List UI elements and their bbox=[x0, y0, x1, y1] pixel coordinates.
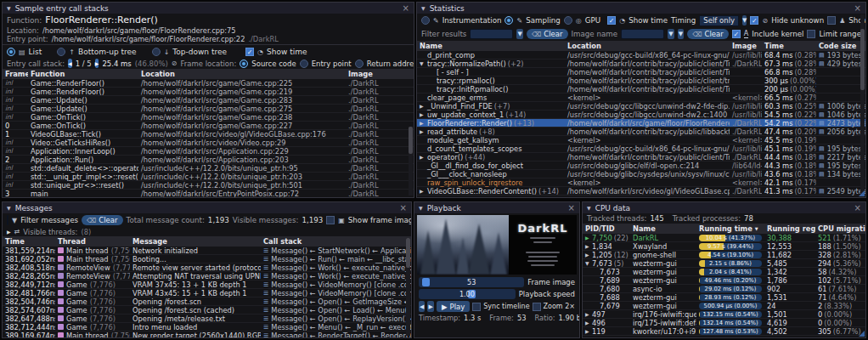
expand-icon[interactable]: ▶ bbox=[585, 252, 590, 258]
call-stack-cell[interactable]: ☰Message() ← RenderTarget() ← Render() ←… bbox=[261, 332, 411, 338]
visible-threads-label[interactable]: Visible threads: bbox=[23, 228, 77, 236]
call-stack-cell[interactable]: ☰Message() ← VideoMemory() [clone .const… bbox=[261, 289, 411, 298]
table-row[interactable]: ▶VideoGLBase::RenderContent()(+14)/home/… bbox=[417, 187, 865, 196]
image-funnel-icon[interactable]: ▼ bbox=[668, 29, 674, 39]
messages-scrollbar[interactable] bbox=[406, 238, 410, 336]
timing-dropdown-icon[interactable]: ▼ bbox=[742, 15, 747, 26]
table-row[interactable]: ▶1,834Xwayland9.57 s (39.44%)12,553188(1… bbox=[583, 242, 865, 251]
bottom-up-tree-radio[interactable] bbox=[57, 48, 65, 56]
callstack-table-header[interactable]: Frame Function Location Image bbox=[3, 69, 414, 79]
sampling-label[interactable]: Sampling bbox=[526, 16, 561, 25]
gpu-label[interactable]: GPU bbox=[585, 16, 600, 25]
table-row[interactable]: ▶operator()(+44)/home/wolf/darkrl/contri… bbox=[417, 153, 865, 162]
play-button[interactable]: ▶ Play bbox=[437, 301, 470, 312]
next-stack-button[interactable]: ▶ bbox=[95, 59, 99, 68]
call-stack-cell[interactable]: ☰Message() ← VideoMemory() [clone .const… bbox=[261, 280, 411, 289]
playback-titlebar[interactable]: ▼ Playback × bbox=[414, 202, 579, 213]
expand-icon[interactable]: ▶ bbox=[420, 188, 426, 194]
limit-range-checkbox[interactable] bbox=[807, 30, 815, 38]
table-row[interactable]: 7,689wezterm-gui49.46 ms (0.20%)1,786102… bbox=[583, 276, 865, 285]
entry-point-radio[interactable] bbox=[300, 60, 308, 68]
table-row[interactable]: 7,688wezterm-gui28.93 ms (0.12%)1,53171(… bbox=[583, 293, 865, 302]
close-icon[interactable]: × bbox=[568, 204, 575, 212]
collapse-icon[interactable]: ▼ bbox=[420, 60, 426, 66]
include-kernel-checkbox[interactable]: ✓ bbox=[732, 30, 741, 38]
expand-icon[interactable]: ▶ bbox=[420, 103, 426, 109]
table-row[interactable]: d_count_templates_scopes/usr/src/debug/g… bbox=[417, 144, 865, 153]
call-stack-cell[interactable]: ☰Message() ← Menu() ← _M_run ← execute_n… bbox=[261, 323, 411, 332]
expand-icon[interactable]: ▶ bbox=[420, 128, 426, 134]
bottom-up-tree-label[interactable]: Bottom-up tree bbox=[78, 48, 137, 56]
expand-icon[interactable]: ▶ bbox=[585, 311, 590, 317]
show-time-label[interactable]: Show time bbox=[628, 16, 668, 25]
table-row[interactable]: 382,481,766nsGame(7,776)VRAM 43x45: 15 +… bbox=[3, 289, 411, 298]
table-row[interactable]: 0Game::OnTick()/home/wolf/darkrl/src/gam… bbox=[3, 122, 414, 130]
table-row[interactable]: ▶FloorRenderer::Render()(+13)/home/wolf/… bbox=[417, 119, 865, 128]
expand-icon[interactable]: ▶ bbox=[585, 235, 590, 241]
table-row[interactable]: ▶497irq/176-iwlwifi:queue_1132.15 ms (0.… bbox=[583, 310, 865, 319]
timing-select[interactable]: Self only bbox=[699, 15, 739, 26]
table-row[interactable]: ▶119kworker/u17:0+i915_flip127.48 ms (0.… bbox=[583, 327, 865, 336]
return-address-radio[interactable] bbox=[355, 60, 364, 68]
table-row[interactable]: 381,559,214nsMain thread(7,750)Network i… bbox=[3, 246, 411, 255]
table-row[interactable]: ▶7,750(22)DarkRL10.04 s (41.37%)30,38852… bbox=[583, 234, 865, 242]
show-time-label[interactable]: Show time bbox=[267, 48, 307, 56]
callstacks-titlebar[interactable]: ▼ Sample entry call stacks × bbox=[3, 3, 414, 14]
table-row[interactable]: 382,712,444nsGame(7,776)Intro menu loade… bbox=[3, 323, 411, 332]
messages-table-header[interactable]: Time Thread Message Call stack bbox=[3, 236, 411, 246]
table-row[interactable]: [ - self - ]/home/wolf/darkrl/contrib/tr… bbox=[417, 68, 865, 76]
table-row[interactable]: inlstd::__uniq_ptr_impl<>::reset()/usr/i… bbox=[3, 173, 414, 181]
table-row[interactable]: 382,408,518nsRemoteView(7,775)Remote vie… bbox=[3, 264, 411, 272]
table-row[interactable]: ▶1,205(12)gnome-shell4.54 s (19.10%)11,6… bbox=[583, 251, 865, 259]
resize-grip[interactable] bbox=[859, 190, 865, 196]
source-code-label[interactable]: Source code bbox=[251, 60, 296, 68]
table-row[interactable]: module_get_kallsym<kernel><kernel>45.5 m… bbox=[417, 136, 865, 144]
table-row[interactable]: inlGame::OnTick()/home/wolf/darkrl/src/g… bbox=[3, 113, 414, 122]
hide-unknown-label[interactable]: Hide unknown bbox=[771, 16, 824, 25]
hide-unknown-checkbox[interactable]: ✓ bbox=[750, 16, 758, 25]
callstacks-scrollbar[interactable] bbox=[409, 127, 413, 196]
frame-image-view[interactable]: DarkRL bbox=[417, 215, 577, 275]
sampling-radio[interactable] bbox=[504, 16, 513, 25]
return-address-label[interactable]: Return address bbox=[367, 60, 414, 68]
call-stack-cell[interactable]: ☰Message() ← Work() ← execute_native_thr… bbox=[261, 272, 411, 280]
table-row[interactable]: d_print_comp/usr/src/debug/gcc-build/x86… bbox=[417, 51, 865, 60]
table-row[interactable]: inlstd::default_delete<>::operator()()/u… bbox=[3, 164, 414, 173]
table-row[interactable]: 382,504,746nsGame(7,776)Opening /forest.… bbox=[3, 298, 411, 306]
collapse-icon[interactable]: ▼ bbox=[419, 205, 423, 211]
filter-clear-button[interactable]: ⌫ Clear bbox=[527, 29, 568, 39]
expand-icon[interactable]: ▶ bbox=[7, 229, 11, 235]
step-forward-button[interactable]: ▶ bbox=[427, 301, 433, 312]
messages-clear-button[interactable]: ⌫ Clear bbox=[82, 215, 123, 225]
call-stack-cell[interactable]: ☰Message() ← Run() ← main ← __libc_start… bbox=[261, 255, 411, 264]
table-row[interactable]: 3main/home/wolf/darkrl/src/EntryPointPos… bbox=[3, 190, 414, 197]
table-row[interactable]: 1VideoGLBase::Tick()/home/wolf/darkrl/sr… bbox=[3, 130, 414, 139]
expand-icon[interactable]: ▶ bbox=[585, 243, 590, 249]
table-row[interactable]: 389,169,674nsMain thread(7,750)New rende… bbox=[3, 332, 411, 337]
messages-titlebar[interactable]: ▼ Messages × bbox=[3, 202, 411, 213]
table-row[interactable]: clear_page_erms<kernel><kernel>66.5 ms(0… bbox=[417, 94, 865, 102]
message-filter-input[interactable] bbox=[7, 215, 8, 225]
table-row[interactable]: inlVideo::GetTicksHiRes()/home/wolf/dark… bbox=[3, 139, 414, 147]
table-row[interactable]: 7,679wezterm-gui500.94 µs (0.00%)242(8.3… bbox=[583, 302, 865, 310]
call-stack-cell[interactable]: ☰Message() ← Open() ← ReplayVersion() ← … bbox=[261, 314, 411, 323]
prev-stack-button[interactable]: ◀ bbox=[68, 59, 72, 68]
expand-icon[interactable]: ▶ bbox=[585, 328, 590, 334]
table-row[interactable]: tracy::rpmalloc()/home/wolf/darkrl/contr… bbox=[417, 76, 865, 85]
statistics-scrollbar[interactable] bbox=[860, 14, 865, 196]
table-row[interactable]: ▼7,673(5)wezterm-gui2.15 s (8.86%)5,4852… bbox=[583, 259, 865, 268]
expand-icon[interactable]: ▶ bbox=[420, 120, 426, 126]
table-row[interactable]: 382,574,607nsGame(7,776)Opening /forest.… bbox=[3, 306, 411, 314]
sync-timeline-checkbox[interactable] bbox=[472, 303, 481, 311]
table-row[interactable]: _GI__dl_find_dso_for_object/usr/src/debu… bbox=[417, 162, 865, 170]
top-down-tree-radio[interactable] bbox=[152, 48, 161, 56]
instrumentation-label[interactable]: Instrumentation bbox=[442, 16, 502, 25]
playback-speed-slider[interactable]: 1.00 bbox=[419, 289, 516, 299]
limit-range-label[interactable]: Limit range bbox=[819, 30, 861, 38]
zoom-2x-label[interactable]: Zoom 2× bbox=[544, 303, 575, 310]
collapse-icon[interactable]: ▼ bbox=[421, 5, 426, 11]
close-icon[interactable]: × bbox=[403, 4, 409, 13]
step-back-button[interactable]: ◀ bbox=[419, 301, 425, 312]
table-row[interactable]: 7,673wezterm-gui2.04 s (8.41%)1,34258(4.… bbox=[583, 268, 865, 276]
cpu-table-header[interactable]: PID/TID Name Running time▼ Running regio… bbox=[583, 224, 865, 234]
